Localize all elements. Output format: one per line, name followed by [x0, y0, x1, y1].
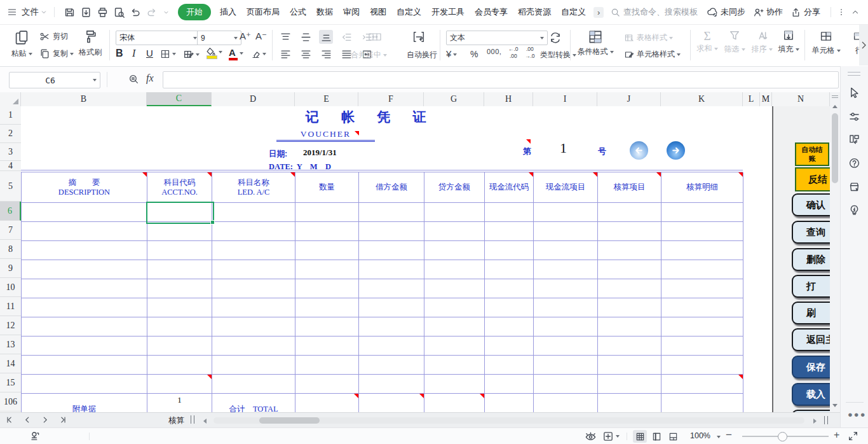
menu-tab-9[interactable]: 开发工具	[431, 4, 465, 20]
zoom-in-button[interactable]: +	[834, 429, 839, 441]
voucher-cell-r1c9[interactable]	[661, 203, 743, 222]
currency-format-button[interactable]: ¥	[446, 48, 457, 59]
name-box[interactable]: C6	[9, 72, 100, 88]
voucher-cell-r3c1[interactable]	[147, 241, 212, 260]
voucher-cell-r3c0[interactable]	[22, 241, 147, 260]
voucher-cell-r3c2[interactable]	[212, 241, 295, 260]
export-icon[interactable]	[78, 6, 94, 18]
cells-button[interactable]: 单元格	[811, 29, 841, 56]
menu-tab-8[interactable]: 自定义	[397, 4, 421, 20]
voucher-cell-r10c1[interactable]	[147, 375, 212, 394]
macro-button-1[interactable]: 自动结账	[795, 142, 829, 166]
row-header-10[interactable]: 10	[0, 278, 21, 297]
menu-tab-12[interactable]: 自定义	[561, 4, 586, 20]
help-icon[interactable]	[848, 157, 860, 169]
hscroll-left-arrow[interactable]	[203, 419, 207, 424]
column-header-B[interactable]: B	[21, 92, 147, 106]
row-header-6[interactable]: 6	[0, 202, 21, 221]
scroll-down-arrow[interactable]	[832, 404, 837, 407]
column-header-F[interactable]: F	[358, 92, 424, 106]
next-voucher-button[interactable]	[667, 141, 685, 160]
voucher-cell-r5c6[interactable]	[485, 279, 534, 298]
voucher-cell-r0c3[interactable]: 数量	[295, 172, 359, 203]
format-painter-button[interactable]: 格式刷	[75, 29, 105, 58]
borders-button[interactable]	[160, 49, 176, 59]
voucher-cell-r9c1[interactable]	[147, 356, 212, 375]
last-sheet-icon[interactable]	[58, 415, 67, 424]
selected-cell-c6[interactable]	[146, 202, 214, 224]
voucher-cell-r2c0[interactable]	[22, 222, 147, 241]
cell-style-button[interactable]: 单元格样式	[624, 49, 681, 60]
undo-icon[interactable]	[127, 6, 144, 18]
voucher-cell-r7c5[interactable]	[424, 317, 485, 336]
voucher-cell-r3c6[interactable]	[485, 241, 534, 260]
voucher-cell-r9c3[interactable]	[295, 356, 359, 375]
valign-bottom-icon[interactable]	[319, 30, 333, 44]
conditional-format-button[interactable]: 条件格式	[576, 29, 615, 57]
align-right-icon[interactable]	[319, 47, 333, 61]
voucher-cell-r2c2[interactable]	[212, 222, 295, 241]
voucher-cell-r11c1[interactable]: 1	[147, 394, 212, 412]
row-header-7[interactable]: 7	[0, 221, 21, 240]
voucher-cell-r9c0[interactable]	[22, 356, 147, 375]
voucher-cell-r9c8[interactable]	[598, 356, 661, 375]
row-header-5[interactable]: 5	[0, 171, 21, 202]
sidebar-handle[interactable]	[848, 72, 860, 76]
menu-tab-11[interactable]: 稻壳资源	[518, 4, 551, 20]
sheet-tab-active[interactable]: 核算	[168, 415, 184, 426]
voucher-cell-r8c7[interactable]	[534, 336, 598, 356]
voucher-cell-r9c5[interactable]	[424, 356, 485, 375]
fill-color-button[interactable]	[206, 47, 222, 57]
collaborate-button[interactable]: 协作	[766, 6, 783, 18]
next-sheet-icon[interactable]	[41, 415, 50, 424]
voucher-cell-r7c7[interactable]	[534, 317, 598, 336]
voucher-cell-r0c9[interactable]: 核算明细	[661, 172, 743, 203]
voucher-cell-r6c9[interactable]	[661, 298, 743, 317]
voucher-cell-r1c7[interactable]	[534, 203, 598, 222]
number-format-select[interactable]: 文本	[446, 31, 548, 45]
row-header-12[interactable]: 12	[0, 316, 21, 335]
quick-toolbar-chevron-icon[interactable]	[160, 9, 172, 16]
voucher-cell-r3c9[interactable]	[661, 241, 743, 260]
menu-tab-6[interactable]: 审阅	[343, 4, 360, 20]
voucher-cell-r4c5[interactable]	[424, 260, 485, 279]
voucher-cell-r6c4[interactable]	[359, 298, 424, 317]
page-layout-view-button[interactable]	[649, 430, 663, 443]
column-header-K[interactable]: K	[661, 92, 743, 106]
voucher-cell-r11c3[interactable]	[295, 394, 359, 412]
menu-tab-10[interactable]: 会员专享	[475, 4, 508, 20]
macro-record-icon[interactable]	[29, 431, 41, 442]
layout-transform-icon[interactable]	[848, 134, 860, 146]
print-icon[interactable]	[94, 6, 111, 18]
voucher-cell-r9c7[interactable]	[534, 356, 598, 375]
voucher-cell-r2c8[interactable]	[598, 222, 661, 241]
file-menu[interactable]: 文件	[22, 6, 39, 18]
voucher-cell-r6c5[interactable]	[424, 298, 485, 317]
sheet-canvas[interactable]: 记 帐 凭 证 VOUCHER 日期: 2019/1/31 DATE: Y M …	[21, 106, 840, 412]
voucher-cell-r11c0[interactable]: 附单据	[22, 394, 147, 412]
merge-center-button[interactable]: 合并居中	[351, 50, 387, 60]
tab-splitter[interactable]	[191, 415, 194, 424]
fill-button[interactable]: 填充	[776, 29, 801, 55]
voucher-cell-r9c4[interactable]	[359, 356, 424, 375]
voucher-cell-r7c0[interactable]	[22, 317, 147, 336]
shrink-font-button[interactable]: A⁻	[255, 31, 267, 42]
voucher-cell-r11c8[interactable]	[598, 394, 661, 412]
underline-button[interactable]: U	[146, 48, 153, 59]
voucher-cell-r1c8[interactable]	[598, 203, 661, 222]
voucher-cell-r2c6[interactable]	[485, 222, 534, 241]
align-left-icon[interactable]	[278, 47, 292, 61]
voucher-cell-r2c1[interactable]	[147, 222, 212, 241]
voucher-cell-r6c0[interactable]	[22, 298, 147, 317]
voucher-cell-r10c5[interactable]	[424, 375, 485, 394]
hsplit-handle[interactable]	[824, 416, 828, 424]
voucher-cell-r10c8[interactable]	[598, 375, 661, 394]
column-header-D[interactable]: D	[212, 92, 295, 106]
voucher-cell-r7c6[interactable]	[485, 317, 534, 336]
grow-font-button[interactable]: A⁺	[240, 31, 251, 42]
voucher-cell-r8c5[interactable]	[424, 336, 485, 356]
column-header-I[interactable]: I	[533, 92, 597, 106]
more-tabs-button[interactable]: ›	[593, 7, 604, 18]
voucher-cell-r5c4[interactable]	[359, 279, 424, 298]
voucher-cell-r0c4[interactable]: 借方金额	[359, 172, 424, 203]
